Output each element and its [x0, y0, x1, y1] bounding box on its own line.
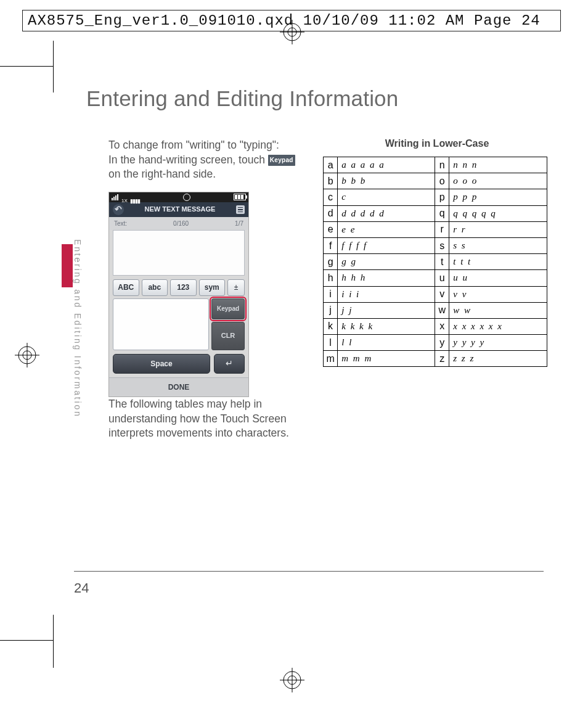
strokes-cell: s s: [449, 237, 547, 253]
table-row: ff f f fss s: [324, 237, 547, 253]
handwriting-area[interactable]: [113, 298, 209, 350]
strokes-cell: j j: [338, 302, 435, 318]
mode-btn-123[interactable]: 123: [170, 279, 197, 295]
phone-screen-title: NEW TEXT MESSAGE: [145, 205, 216, 214]
enter-button[interactable]: ↵: [214, 354, 245, 374]
letter-cell: h: [324, 270, 338, 286]
registration-target-icon: [280, 668, 304, 692]
body-text: The following tables may help in underst…: [108, 397, 297, 441]
strokes-cell: e e: [338, 221, 435, 237]
keypad-button[interactable]: Keypad: [211, 298, 245, 319]
mode-btn-extra[interactable]: ±: [227, 279, 245, 295]
body-text: In the hand-writing screen, touch Keypad…: [108, 153, 297, 182]
letter-cell: s: [435, 237, 449, 253]
strokes-cell: x x x x x x: [449, 318, 547, 334]
strokes-cell: a a a a a: [338, 157, 435, 173]
letter-cell: b: [324, 173, 338, 189]
letter-cell: f: [324, 237, 338, 253]
strokes-cell: h h h: [338, 270, 435, 286]
letter-cell: p: [435, 189, 449, 205]
letter-cell: c: [324, 189, 338, 205]
right-column: Writing in Lower-Case aa a a a ann n nbb…: [321, 138, 547, 441]
menu-icon[interactable]: [236, 205, 245, 214]
letter-cell: m: [324, 351, 338, 367]
mode-btn-abc-lower[interactable]: abc: [142, 279, 168, 295]
letter-cell: j: [324, 302, 338, 318]
letter-cell: r: [435, 221, 449, 237]
letter-cell: k: [324, 318, 338, 334]
side-tab-color-bar: [62, 244, 73, 287]
strokes-cell: k k k k: [338, 318, 435, 334]
footer-rule: [74, 571, 544, 572]
strokes-cell: u u: [449, 270, 547, 286]
strokes-cell: q q q q q: [449, 205, 547, 221]
phone-counter-row: Text: 0/160 1/7: [109, 217, 248, 231]
letter-cell: z: [435, 351, 449, 367]
clock-icon: [183, 194, 190, 201]
letter-cell: g: [324, 254, 338, 270]
letter-cell: a: [324, 157, 338, 173]
table-row: ee err r: [324, 221, 547, 237]
strokes-cell: i i i: [338, 286, 435, 302]
char-counter: 0/160: [173, 220, 189, 228]
strokes-cell: o o o: [449, 173, 547, 189]
strokes-cell: d d d d d: [338, 205, 435, 221]
page-title: Entering and Editing Information: [86, 86, 547, 111]
page-counter: 1/7: [235, 220, 243, 228]
letter-cell: v: [435, 286, 449, 302]
crop-mark: [0, 66, 53, 67]
letter-cell: d: [324, 205, 338, 221]
strokes-cell: m m m: [338, 351, 435, 367]
space-button[interactable]: Space: [113, 354, 210, 374]
letter-cell: l: [324, 335, 338, 351]
lowercase-strokes-table: aa a a a ann n nbb b boo o occpp p pdd d…: [323, 157, 547, 367]
strokes-cell: l l: [338, 335, 435, 351]
phone-status-bar: 1X ▮▮▮▮: [109, 192, 248, 202]
letter-cell: e: [324, 221, 338, 237]
table-row: aa a a a ann n n: [324, 157, 547, 173]
letter-cell: n: [435, 157, 449, 173]
phone-mode-row: ABC abc 123 sym ±: [109, 276, 248, 297]
table-row: mm m mzz z z: [324, 351, 547, 367]
text-label: Text:: [114, 220, 127, 228]
letter-cell: q: [435, 205, 449, 221]
strokes-cell: g g: [338, 254, 435, 270]
table-row: ll lyy y y y: [324, 335, 547, 351]
page-number: 24: [74, 580, 89, 596]
crop-mark: [53, 615, 54, 668]
letter-cell: u: [435, 270, 449, 286]
strokes-cell: n n n: [449, 157, 547, 173]
table-row: jj jww w: [324, 302, 547, 318]
letter-cell: i: [324, 286, 338, 302]
strokes-cell: r r: [449, 221, 547, 237]
keypad-inline-icon: Keypad: [268, 155, 295, 166]
crop-mark: [53, 41, 54, 92]
mode-btn-abc-upper[interactable]: ABC: [113, 279, 139, 295]
table-row: kk k k kxx x x x x x: [324, 318, 547, 334]
body-text-fragment: on the right-hand side.: [108, 168, 216, 180]
table-row: ccpp p p: [324, 189, 547, 205]
strokes-cell: c: [338, 189, 435, 205]
table-row: ii i ivv v: [324, 286, 547, 302]
letter-cell: y: [435, 335, 449, 351]
phone-text-area[interactable]: [113, 230, 245, 276]
strokes-cell: v v: [449, 286, 547, 302]
phone-screenshot: 1X ▮▮▮▮ ↶ NEW TEXT MESSAGE Text: 0/160 1…: [108, 192, 249, 397]
body-text-fragment: In the hand-writing screen, touch: [108, 154, 265, 166]
table-row: gg gtt t t: [324, 254, 547, 270]
table-row: bb b boo o o: [324, 173, 547, 189]
mode-btn-sym[interactable]: sym: [199, 279, 226, 295]
registration-target-icon: [280, 20, 304, 44]
crop-mark: [0, 640, 53, 641]
body-text: To change from "writing" to "typing":: [108, 138, 297, 153]
clr-button[interactable]: CLR: [211, 322, 245, 350]
registration-target-icon: [15, 343, 39, 367]
strokes-cell: w w: [449, 302, 547, 318]
letter-cell: x: [435, 318, 449, 334]
back-icon[interactable]: ↶: [113, 204, 124, 215]
strokes-cell: p p p: [449, 189, 547, 205]
strokes-cell: t t t: [449, 254, 547, 270]
done-button[interactable]: DONE: [109, 377, 248, 396]
left-column: To change from "writing" to "typing": In…: [108, 138, 297, 441]
table-heading: Writing in Lower-Case: [327, 138, 547, 149]
